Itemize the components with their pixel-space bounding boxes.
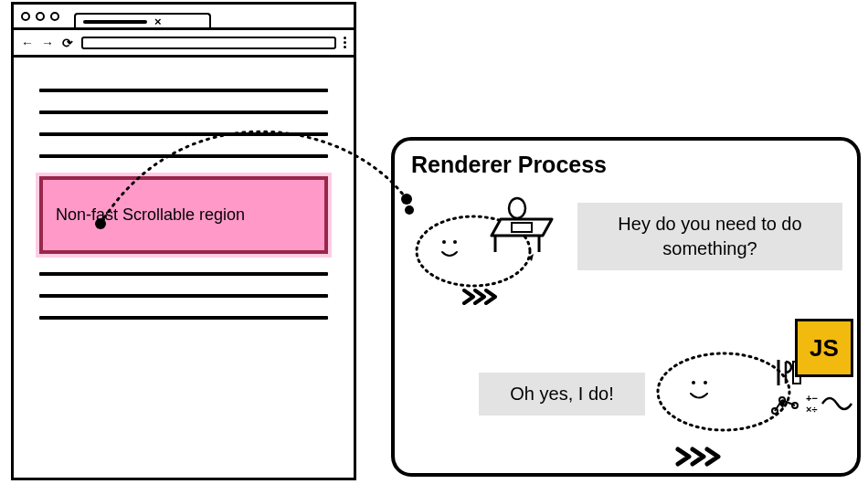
svg-point-9	[692, 381, 695, 384]
nonfast-scrollable-region: Non-fast Scrollable region	[39, 176, 328, 254]
browser-toolbar: ← → ⟳	[14, 30, 354, 58]
window-control-dot	[50, 12, 59, 21]
text-line	[39, 154, 328, 158]
svg-point-3	[453, 240, 457, 244]
js-badge: JS	[795, 319, 853, 377]
browser-tab: ×	[74, 13, 211, 29]
text-line	[39, 316, 328, 320]
svg-text:+−: +−	[806, 393, 818, 404]
text-line	[39, 110, 328, 114]
svg-point-4	[509, 198, 525, 218]
panel-title: Renderer Process	[411, 152, 607, 178]
speech-bubble-compositor: Hey do you need to do something?	[577, 203, 842, 270]
window-control-dot	[36, 12, 45, 21]
renderer-process-panel: Renderer Process Hey do you need to do s…	[391, 137, 861, 477]
text-line	[39, 89, 328, 92]
menu-icon	[344, 37, 346, 48]
tab-title-placeholder	[83, 20, 147, 24]
region-label: Non-fast Scrollable region	[56, 205, 245, 224]
svg-point-8	[658, 353, 789, 430]
page-content: Non-fast Scrollable region	[14, 58, 354, 351]
text-line	[39, 272, 328, 276]
svg-point-2	[442, 240, 446, 244]
forward-icon: →	[41, 37, 54, 49]
back-icon: ←	[21, 37, 34, 49]
browser-window: × ← → ⟳ Non-fast Scrollable region	[11, 2, 356, 480]
reload-icon: ⟳	[61, 37, 74, 49]
window-control-dot	[21, 12, 30, 21]
svg-point-0	[405, 205, 414, 215]
close-icon: ×	[154, 16, 162, 27]
compositor-thread-character	[400, 192, 583, 314]
diagram-stage: × ← → ⟳ Non-fast Scrollable region Rende…	[0, 0, 868, 484]
speech-bubble-main: Oh yes, I do!	[479, 373, 645, 416]
text-line	[39, 132, 328, 136]
browser-titlebar: ×	[14, 5, 354, 30]
svg-point-10	[704, 381, 707, 384]
svg-text:×÷: ×÷	[806, 404, 817, 415]
address-bar	[81, 37, 336, 49]
js-label: JS	[810, 334, 839, 363]
text-line	[39, 294, 328, 298]
